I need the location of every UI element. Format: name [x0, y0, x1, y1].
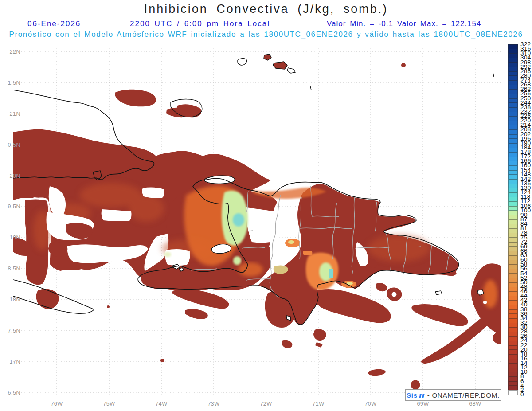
colorbar-cell [508, 350, 518, 355]
colorbar-cell [508, 192, 518, 197]
colorbar-cell [508, 251, 518, 256]
lon-label: 69W [410, 401, 436, 407]
colorbar-cell [508, 134, 518, 139]
colorbar-cell [508, 354, 518, 359]
colorbar-cell [508, 76, 518, 81]
colorbar-cell [508, 309, 518, 314]
colorbar-cell [508, 368, 518, 372]
lon-label: 76W [43, 401, 70, 407]
colorbar-cell [508, 179, 518, 184]
colorbar-cell [508, 121, 518, 125]
colorbar-cell [508, 224, 518, 229]
lat-label: 22N [0, 49, 20, 55]
onamet-label: - ONAMET/REP.DOM. [427, 391, 500, 399]
colorbar-cell [508, 376, 518, 381]
colorbar-cell [508, 247, 518, 251]
colorbar-cell [508, 139, 518, 144]
lat-label: 21N [0, 111, 20, 117]
colorbar-cell [508, 300, 518, 305]
lat-label: 0.5N [0, 142, 20, 148]
colorbar-cell [508, 125, 518, 130]
lon-label: 72W [253, 401, 279, 407]
colorbar-cell [508, 129, 518, 134]
colorbar-cell [508, 269, 518, 274]
colorbar-cell [508, 103, 518, 108]
colorbar-cell [508, 197, 518, 202]
colorbar-cell [508, 282, 518, 287]
colorbar-cell [508, 305, 518, 309]
map-title: Inhibicion Convectiva (J/kg, somb.) [0, 2, 532, 16]
colorbar-cell [508, 260, 518, 265]
lat-label: 6.5N [0, 390, 20, 396]
lon-label: 68W [462, 401, 489, 407]
colorbar-cell [508, 188, 518, 193]
colorbar-cell [508, 80, 518, 85]
colorbar-cell [508, 148, 518, 153]
lat-label: 9.5N [0, 204, 20, 210]
colorbar-cell [508, 233, 518, 238]
colorbar-cell [508, 201, 518, 206]
lat-label: 18N [0, 297, 20, 303]
lat-label: 17N [0, 359, 20, 365]
colorbar-cell [508, 359, 518, 364]
colorbar-cell [508, 278, 518, 283]
colorbar-cell [508, 318, 518, 323]
colorbar-cell [508, 67, 518, 72]
colorbar-cell [508, 206, 518, 211]
lon-label: 75W [96, 401, 122, 407]
lat-label: 20N [0, 173, 20, 179]
colorbar-cell [508, 85, 518, 90]
colorbar-cell [508, 112, 518, 117]
turks-island [287, 68, 295, 73]
colorbar-cell [508, 314, 518, 319]
colorbar-cell [508, 94, 518, 98]
colorbar-cell [508, 296, 518, 301]
colorbar-cell [508, 143, 518, 148]
colorbar-cell [508, 381, 518, 386]
islet-dash [493, 73, 494, 77]
colorbar-cell [508, 175, 518, 180]
plain-yellow-core [288, 240, 294, 244]
colorbar-cell [508, 255, 518, 260]
lon-label: 74W [148, 401, 175, 407]
colorbar-cell [508, 152, 518, 157]
green-dot [233, 256, 241, 265]
colorbar-cell [508, 386, 518, 391]
colorbar-cell [508, 71, 518, 76]
colorbar-cell [508, 211, 518, 215]
colorbar-cell [508, 184, 518, 188]
colorbar-cell [508, 390, 518, 395]
min-max-values: Valor Min. = -0.1 Valor Max. = 122.154 [327, 20, 481, 28]
colorbar-cell [508, 341, 518, 345]
colorbar-cell [508, 116, 518, 121]
lat-label: 19N [0, 235, 20, 241]
colorbar-cell [508, 170, 518, 175]
colorbar-cell [508, 327, 518, 332]
colorbar-cell [508, 323, 518, 328]
sispi-label: Sis [407, 391, 418, 399]
colorbar-cell [508, 165, 518, 170]
little-inagua-island [238, 58, 247, 65]
colorbar-cell [508, 49, 518, 54]
colorbar-cell [508, 345, 518, 350]
haiti-cyan-core [233, 213, 244, 227]
weather-map [0, 0, 532, 411]
colorbar-cell [508, 336, 518, 341]
colorbar-cell [508, 98, 518, 103]
colorbar-cell [508, 264, 518, 269]
colorbar-cell [508, 157, 518, 161]
pap-bay-orange [238, 262, 263, 277]
colorbar-cell [508, 44, 518, 49]
lon-label: 71W [305, 401, 332, 407]
lat-label: 1.5N [0, 80, 20, 86]
pale-dot [164, 252, 171, 257]
colorbar-cell [508, 372, 518, 377]
islet-dash [310, 86, 311, 90]
colorbar-cell [508, 161, 518, 166]
lon-label: 70W [357, 401, 384, 407]
colorbar-cell [508, 332, 518, 337]
branding-box: Sisπ - ONAMET/REP.DOM. [405, 389, 501, 401]
colorbar-cell [508, 53, 518, 58]
colorbar-cell [508, 287, 518, 292]
colorbar-cell [508, 274, 518, 278]
